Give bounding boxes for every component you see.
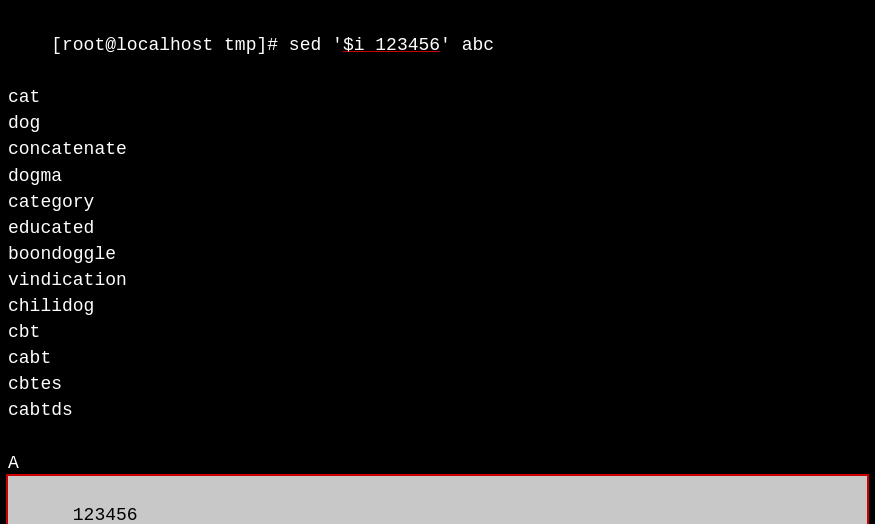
- output-dog: dog: [8, 110, 867, 136]
- output-concatenate: concatenate: [8, 136, 867, 162]
- terminal-window: [root@localhost tmp]# sed '$i 123456' ab…: [0, 0, 875, 524]
- output-dogma: dogma: [8, 163, 867, 189]
- output-cabt: cabt: [8, 345, 867, 371]
- sed-arg: $i 123456: [343, 35, 440, 55]
- highlighted-line-wrapper: 123456: [8, 476, 867, 524]
- output-vindication: vindication: [8, 267, 867, 293]
- output-educated: educated: [8, 215, 867, 241]
- output-A: A: [8, 450, 867, 476]
- command-line: [root@localhost tmp]# sed '$i 123456' ab…: [8, 6, 867, 84]
- output-category: category: [8, 189, 867, 215]
- output-123456: 123456: [8, 476, 867, 524]
- output-cabtds: cabtds: [8, 397, 867, 423]
- blank-line: [8, 424, 867, 450]
- prompt-text: [root@localhost tmp]# sed ': [51, 35, 343, 55]
- output-chilidog: chilidog: [8, 293, 867, 319]
- cmd-end: ' abc: [440, 35, 494, 55]
- highlighted-text: 123456: [73, 505, 138, 524]
- output-cbtes: cbtes: [8, 371, 867, 397]
- output-cat: cat: [8, 84, 867, 110]
- output-boondoggle: boondoggle: [8, 241, 867, 267]
- output-cbt: cbt: [8, 319, 867, 345]
